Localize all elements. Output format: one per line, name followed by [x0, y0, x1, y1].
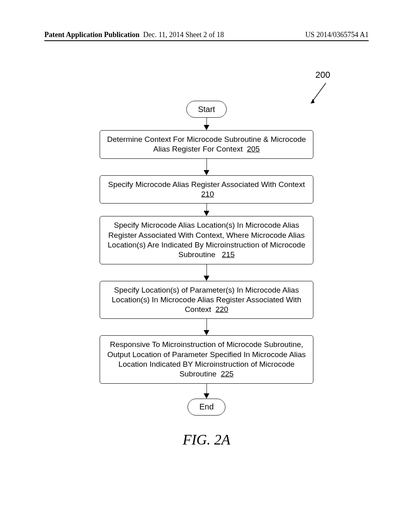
step-205-text: Determine Context For Microcode Subrouti… [107, 135, 306, 153]
step-220-ref: 220 [215, 305, 228, 314]
figure-reference-number: 200 [315, 70, 330, 80]
step-205-box: Determine Context For Microcode Subrouti… [100, 130, 313, 159]
arrowhead-down-icon [204, 276, 209, 281]
connector-stem [206, 319, 207, 330]
header-date-sheet-label: Dec. 11, 2014 Sheet 2 of 18 [143, 31, 224, 39]
connector-arrow [204, 319, 209, 335]
connector-stem [206, 204, 207, 211]
arrowhead-down-icon [204, 330, 209, 335]
header-rule [44, 40, 369, 41]
arrowhead-down-icon [204, 393, 209, 399]
header-doc-number-label: US 2014/0365754 A1 [305, 31, 369, 39]
connector-stem [206, 264, 207, 276]
step-215-box: Specify Microcode Alias Location(s) In M… [100, 216, 313, 264]
connector-arrow [204, 264, 209, 281]
flowchart: Start Determine Context For Microcode Su… [0, 101, 413, 416]
end-label: End [199, 402, 214, 411]
step-220-box: Specify Location(s) of Parameter(s) In M… [100, 281, 313, 319]
connector-arrow [204, 204, 209, 216]
step-210-box: Specify Microcode Alias Register Associa… [100, 175, 313, 204]
figure-caption: FIG. 2A [0, 431, 413, 448]
step-220-text: Specify Location(s) of Parameter(s) In M… [112, 286, 301, 314]
connector-arrow [204, 159, 209, 175]
arrowhead-down-icon [204, 170, 209, 175]
step-215-text: Specify Microcode Alias Location(s) In M… [108, 221, 305, 259]
step-225-box: Responsive To Microinstruction of Microc… [100, 335, 313, 383]
page: Patent Application Publication Dec. 11, … [0, 0, 413, 532]
end-terminator: End [188, 399, 225, 416]
connector-arrow [204, 384, 209, 399]
step-210-ref: 210 [201, 190, 214, 198]
arrowhead-down-icon [204, 211, 209, 216]
start-label: Start [198, 105, 215, 114]
step-225-ref: 225 [221, 370, 234, 378]
start-terminator: Start [186, 101, 227, 118]
step-215-ref: 215 [222, 250, 235, 259]
header-publication-label: Patent Application Publication [44, 31, 140, 39]
arrowhead-down-icon [204, 125, 209, 130]
step-210-text: Specify Microcode Alias Register Associa… [108, 180, 305, 189]
connector-stem [206, 118, 207, 125]
svg-line-0 [313, 83, 326, 101]
connector-stem [206, 159, 207, 170]
connector-stem [206, 384, 207, 393]
step-225-text: Responsive To Microinstruction of Microc… [107, 340, 306, 378]
step-205-ref: 205 [247, 145, 260, 153]
connector-arrow [204, 118, 209, 130]
